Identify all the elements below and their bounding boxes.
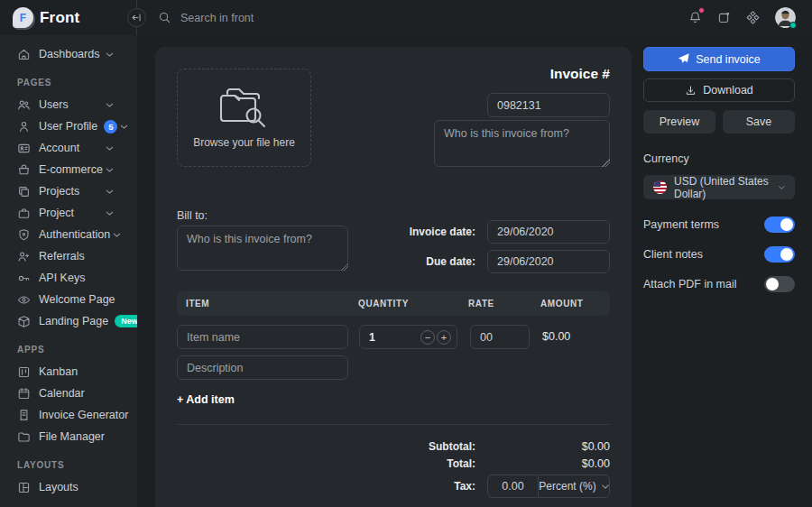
item-description-input[interactable] (177, 355, 348, 380)
invoice-from-textarea[interactable] (434, 120, 610, 167)
quantity-decrease-button[interactable]: − (420, 330, 435, 345)
due-date-label: Due date: (376, 255, 475, 268)
apps-grid-icon (746, 11, 760, 24)
search-input[interactable] (180, 12, 451, 24)
stacked-pages-icon (17, 185, 31, 198)
tax-unit-value: Percent (%) (539, 480, 595, 493)
sidebar-item-api-keys[interactable]: API Keys (0, 267, 137, 289)
send-invoice-button[interactable]: Send invoice (643, 47, 795, 71)
attach-pdf-row: Attach PDF in mail (643, 276, 795, 292)
payment-terms-label: Payment terms (643, 218, 719, 231)
sidebar-item-users[interactable]: Users (0, 94, 137, 115)
download-button[interactable]: Download (643, 78, 795, 102)
attach-pdf-label: Attach PDF in mail (643, 278, 737, 290)
global-search[interactable] (158, 11, 688, 24)
invoice-actions-panel: Send invoice Download Preview Save Curre… (643, 47, 795, 292)
sidebar-item-calendar[interactable]: Calendar (0, 383, 137, 404)
sidebar-item-account[interactable]: Account (0, 137, 137, 159)
attach-pdf-toggle[interactable] (764, 276, 795, 292)
launcher-button[interactable] (717, 11, 731, 24)
chevron-down-icon (110, 228, 124, 242)
currency-value: USD (United States Dollar) (674, 175, 771, 200)
bill-to-textarea[interactable] (177, 226, 348, 271)
currency-select[interactable]: USD (United States Dollar) (643, 175, 795, 199)
sidebar-item-authentication[interactable]: Authentication (0, 224, 137, 245)
sidebar-item-label: Invoice Generator (39, 409, 128, 421)
user-profile-count-badge: 5 (104, 120, 117, 134)
landing-page-new-badge: New (115, 315, 137, 327)
col-header-quantity: QUANTITY (358, 299, 409, 309)
item-name-input[interactable] (177, 325, 348, 349)
layout-icon (17, 481, 31, 494)
logo-upload-dropzone[interactable]: Browse your file here (177, 69, 311, 167)
sidebar-item-label: Calendar (39, 387, 85, 400)
due-date-input[interactable] (487, 250, 610, 273)
sidebar-item-label: E-commerce (39, 163, 103, 176)
sidebar-item-label: File Manager (39, 430, 105, 443)
apps-menu-button[interactable] (746, 11, 760, 24)
save-button[interactable]: Save (723, 110, 795, 134)
brand-area: F Front (0, 0, 137, 35)
tax-label: Tax: (376, 480, 475, 493)
tax-unit-select[interactable]: Percent (%) (538, 475, 610, 498)
notification-dot (698, 7, 705, 14)
toggle-knob (766, 278, 779, 290)
sidebar-item-referrals[interactable]: Referrals (0, 245, 137, 267)
quantity-stepper: − + (359, 325, 457, 349)
col-header-item: ITEM (186, 299, 209, 309)
chevron-down-icon (117, 120, 131, 134)
preview-button[interactable]: Preview (643, 110, 715, 134)
users-icon (17, 98, 31, 112)
tax-input[interactable] (487, 475, 538, 498)
invoice-number-input[interactable] (487, 93, 610, 117)
add-item-link[interactable]: + Add item (177, 393, 235, 406)
invoice-date-input[interactable] (487, 220, 610, 244)
chevron-down-icon (103, 185, 116, 198)
totals-divider (177, 424, 610, 425)
brand-initial: F (20, 12, 26, 24)
calendar-icon (17, 387, 31, 401)
eye-icon (17, 293, 31, 307)
sidebar-item-projects[interactable]: Projects (0, 180, 137, 202)
sidebar-item-invoice-generator[interactable]: Invoice Generator (0, 404, 137, 426)
col-header-rate: RATE (468, 299, 494, 309)
notifications-button[interactable] (688, 11, 702, 24)
payment-terms-toggle[interactable] (764, 217, 795, 233)
sidebar-item-label: Layouts (39, 481, 78, 493)
sidebar-item-label: Kanban (39, 365, 78, 378)
sidebar-item-label: Referrals (39, 250, 85, 263)
sidebar-item-user-profile[interactable]: User Profile 5 (0, 115, 137, 137)
sidebar-item-project[interactable]: Project (0, 202, 137, 224)
sidebar-item-dashboards[interactable]: Dashboards (0, 43, 137, 65)
rate-input[interactable] (470, 325, 530, 349)
us-flag-icon (653, 180, 667, 194)
sidebar-item-ecommerce[interactable]: E-commerce (0, 159, 137, 180)
client-notes-toggle[interactable] (764, 246, 795, 263)
chevron-down-icon (103, 142, 116, 155)
sidebar-item-welcome-page[interactable]: Welcome Page (0, 289, 137, 310)
sidebar-item-label: API Keys (39, 272, 85, 284)
folder-icon (17, 430, 31, 444)
quantity-input[interactable] (360, 326, 410, 348)
folder-search-icon (217, 87, 272, 128)
sidebar-collapse-button[interactable] (127, 8, 146, 27)
user-avatar[interactable] (775, 7, 796, 28)
download-label: Download (703, 84, 753, 97)
quantity-increase-button[interactable]: + (437, 330, 451, 345)
send-invoice-label: Send invoice (696, 53, 761, 66)
sidebar-item-label: Projects (39, 185, 79, 198)
key-icon (17, 272, 31, 285)
paper-plane-icon (678, 53, 689, 65)
sidebar-item-file-manager[interactable]: File Manager (0, 426, 137, 447)
invoice-date-label: Invoice date: (376, 226, 475, 238)
sidebar-item-kanban[interactable]: Kanban (0, 361, 137, 383)
collapse-arrow-icon (130, 11, 143, 24)
sidebar-item-layouts[interactable]: Layouts (0, 476, 137, 498)
sidebar-item-label: Landing Page (39, 315, 108, 327)
shop-basket-icon (17, 163, 31, 177)
chevron-down-icon (779, 185, 785, 190)
sidebar-item-label: User Profile (39, 120, 97, 133)
person-icon (17, 120, 31, 134)
sidebar-item-landing-page[interactable]: Landing Page New (0, 310, 137, 332)
top-navbar: F Front (0, 0, 812, 35)
